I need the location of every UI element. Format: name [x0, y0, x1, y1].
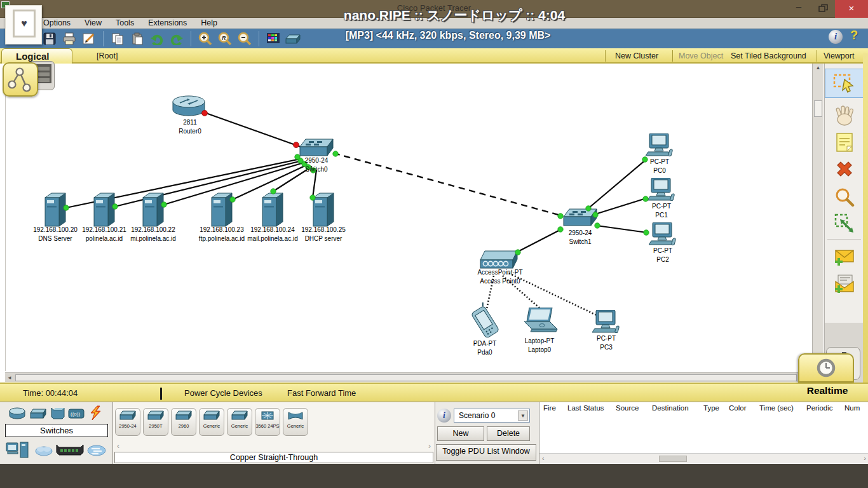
- canvas-vertical-scrollbar[interactable]: ▲ ▼: [812, 64, 824, 372]
- scroll-right-icon[interactable]: ›: [864, 454, 866, 462]
- delete-tool-icon[interactable]: [830, 156, 858, 182]
- router0-device router-icon[interactable]: [173, 96, 205, 116]
- device-label-router0: 2811Router0: [179, 118, 201, 135]
- model-generic-switch-button[interactable]: Generic: [227, 408, 252, 436]
- model-3560-24ps-button[interactable]: 3560 24PS: [255, 408, 280, 436]
- selected-category-label: Switches: [5, 424, 108, 437]
- canvas-horizontal-scrollbar[interactable]: ◄ ►: [5, 372, 812, 382]
- link-switch1-pc2[interactable]: [597, 226, 647, 233]
- scroll-right-icon[interactable]: ›: [428, 442, 431, 451]
- device-label-mi-server: 192.168.100.22mi.polinela.ac.id: [130, 226, 176, 243]
- dhcp-server-device server-icon[interactable]: [313, 193, 334, 226]
- select-tool-icon[interactable]: [825, 69, 864, 98]
- connections-category-icon[interactable]: [88, 405, 103, 421]
- mail-server-device server-icon[interactable]: [262, 193, 283, 226]
- workspace-frame-right: [863, 53, 868, 383]
- logical-workspace-canvas[interactable]: 2811Router0 2950-24Switch0 192.168.100.2…: [5, 64, 812, 371]
- simulation-time: Time: 00:44:04: [23, 388, 78, 398]
- svg-text:((o)): ((o)): [71, 411, 80, 417]
- scroll-left-icon[interactable]: ‹: [542, 454, 545, 462]
- logical-workspace-tab[interactable]: [3, 62, 38, 97]
- web-server-device server-icon[interactable]: [94, 193, 114, 226]
- resize-shape-tool-icon[interactable]: [830, 211, 858, 236]
- inspect-tool-icon[interactable]: [830, 184, 858, 210]
- packet-tracer-window: Cisco Packet Tracer – × Options View Too…: [0, 0, 868, 488]
- scroll-left-icon[interactable]: ◄: [6, 375, 13, 381]
- model-2950-24-button[interactable]: 2950-24: [115, 408, 140, 436]
- pdu-scroll-thumb[interactable]: [659, 456, 687, 462]
- wan-cloud-category-icon[interactable]: [34, 444, 53, 457]
- pdu-list-scrollbar[interactable]: ‹ ›: [539, 453, 868, 463]
- link-switch0-dhcp-server[interactable]: [313, 170, 316, 198]
- pdu-list-panel: Fire Last Status Source Destination Type…: [539, 402, 868, 464]
- realtime-mode-tab[interactable]: [798, 353, 854, 383]
- power-cycle-devices-button[interactable]: Power Cycle Devices: [184, 388, 262, 398]
- link-switch1-access-point0[interactable]: [518, 230, 560, 252]
- routers-category-icon[interactable]: [8, 406, 27, 420]
- switches-category-icon[interactable]: [29, 407, 47, 420]
- dns-server-device server-icon[interactable]: [45, 193, 65, 226]
- pc0-device pc-icon[interactable]: [646, 133, 672, 156]
- add-complex-pdu-tool-icon[interactable]: [830, 271, 858, 296]
- scenario-delete-button[interactable]: Delete: [487, 426, 530, 441]
- link-switch1-pc0[interactable]: [585, 159, 647, 211]
- device-label-pda0: PDA-PTPda0: [473, 339, 497, 356]
- multiuser-category-icon[interactable]: [86, 444, 107, 457]
- place-note-tool-icon[interactable]: [830, 130, 858, 155]
- scenario-select[interactable]: Scenario 0 ▼: [454, 409, 530, 423]
- wireless-devices-category-icon[interactable]: ((o)): [67, 407, 85, 421]
- model-2960-button[interactable]: 2960: [171, 408, 196, 436]
- hand-tool-icon[interactable]: [830, 103, 858, 128]
- toggle-pdu-list-button[interactable]: Toggle PDU List Window: [436, 444, 536, 461]
- fast-forward-time-button[interactable]: Fast Forward Time: [287, 388, 356, 398]
- scenario-info-icon[interactable]: i: [437, 409, 451, 423]
- col-source: Source: [612, 404, 648, 412]
- scenario-new-button[interactable]: New: [437, 426, 484, 441]
- root-breadcrumb[interactable]: [Root]: [97, 51, 118, 60]
- move-object-button[interactable]: Move Object: [679, 51, 723, 60]
- hubs-category-icon[interactable]: [50, 406, 66, 421]
- device-label-switch1: 2950-24Switch1: [569, 229, 592, 246]
- link-switch1-pc1[interactable]: [595, 198, 646, 214]
- media-osd-track-info: [MP3] <44 kHz, 320 kbps, Stereo, 9,39 MB…: [0, 30, 868, 41]
- vertical-scroll-thumb[interactable]: [814, 100, 822, 117]
- scroll-left-icon[interactable]: ‹: [117, 442, 119, 451]
- physical-workspace-icon: [36, 64, 60, 92]
- divider: [435, 402, 435, 464]
- col-periodic: Periodic: [803, 404, 841, 412]
- mi-server-device server-icon[interactable]: [143, 193, 163, 226]
- link-switch0-switch1-crossover[interactable]: [334, 153, 563, 216]
- clock-icon: [816, 357, 837, 380]
- end-devices-category-icon[interactable]: [5, 440, 32, 461]
- device-label-mail-server: 192.168.100.24mail.polinela.ac.id: [247, 226, 298, 243]
- separator: [817, 50, 817, 62]
- media-osd-track-title: nano.RIPE :: スノードロップ :: 4:04: [0, 6, 868, 24]
- model-generic-switch-button[interactable]: Generic: [199, 408, 224, 436]
- pc1-device pc-icon[interactable]: [648, 178, 674, 201]
- switch0-device switch-icon[interactable]: [300, 139, 333, 156]
- realtime-tab-label[interactable]: Realtime: [798, 385, 857, 396]
- wireless-link-ap0-pc3[interactable]: [509, 273, 600, 317]
- wan-emulation-category-icon[interactable]: [55, 443, 85, 459]
- ftp-server-device server-icon[interactable]: [212, 193, 232, 226]
- separator: [605, 50, 606, 62]
- scroll-up-icon[interactable]: ▲: [813, 65, 824, 71]
- model-generic-switch-button[interactable]: Generic: [283, 408, 308, 436]
- horizontal-scroll-thumb[interactable]: [15, 374, 797, 381]
- link-router0-switch0[interactable]: [199, 111, 301, 147]
- add-simple-pdu-tool-icon[interactable]: [830, 244, 858, 269]
- set-tiled-background-button[interactable]: Set Tiled Background: [731, 51, 806, 60]
- device-label-pc0: PC-PTPC0: [650, 158, 669, 175]
- pda0-device pda-icon[interactable]: [468, 301, 501, 339]
- access-point0-device access-point-icon[interactable]: [480, 251, 517, 268]
- divider: [827, 239, 861, 240]
- switch1-device switch-icon[interactable]: [564, 209, 597, 226]
- viewport-button[interactable]: Viewport: [824, 51, 854, 60]
- model-list-scrollbar[interactable]: ‹ ›: [114, 442, 433, 451]
- new-cluster-button[interactable]: New Cluster: [615, 51, 658, 60]
- pc3-device pc-icon[interactable]: [592, 310, 619, 333]
- model-list-panel: 2950-24 2950T 2960 Generic Generic 3560 …: [113, 402, 435, 464]
- pc2-device pc-icon[interactable]: [649, 222, 675, 245]
- laptop0-device laptop-icon[interactable]: [524, 308, 557, 332]
- model-2950t-button[interactable]: 2950T: [143, 408, 168, 436]
